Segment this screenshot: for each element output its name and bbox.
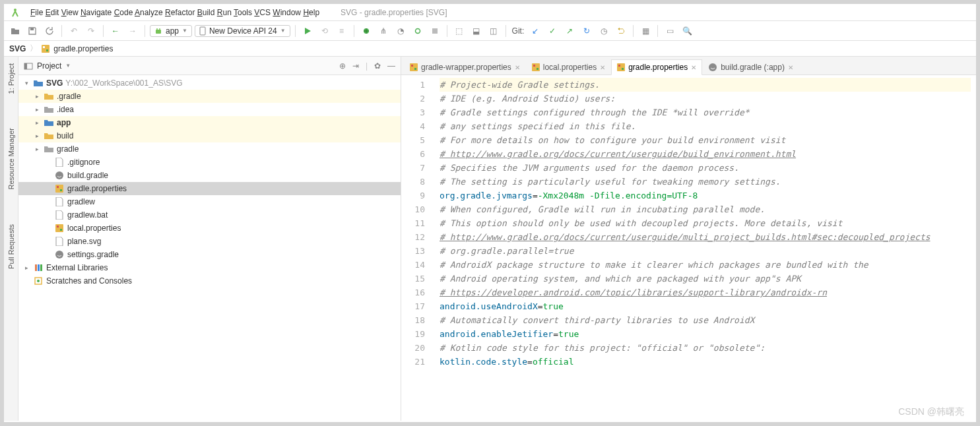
menu-tools[interactable]: Tools — [234, 8, 252, 17]
tree-item-plane-svg[interactable]: plane.svg — [18, 235, 401, 248]
apply-changes-icon[interactable]: ⟲ — [317, 24, 332, 38]
svg-rect-34 — [618, 65, 620, 67]
tree-item-build[interactable]: ▸build — [18, 129, 401, 142]
tree-item-settings-gradle[interactable]: settings.gradle — [18, 248, 401, 261]
menu-window[interactable]: Window — [273, 8, 301, 17]
project-tab[interactable]: 1: Project — [6, 59, 16, 98]
menu-bar: File Edit View Navigate Code Analyze Ref… — [4, 4, 976, 21]
vcs-history-icon[interactable]: ↻ — [579, 24, 594, 38]
libs-icon — [33, 263, 44, 272]
open-icon[interactable] — [8, 24, 22, 38]
folder-gray-icon — [44, 106, 54, 113]
vcs-rollback-icon[interactable]: ⮌ — [614, 24, 628, 38]
stop-icon[interactable] — [428, 24, 442, 38]
structure-icon[interactable]: ▦ — [638, 24, 653, 38]
tree-item--gradle[interactable]: ▸.gradle — [18, 90, 401, 103]
close-icon[interactable]: ✕ — [515, 64, 520, 71]
menu-vcs[interactable]: VCS — [254, 8, 271, 17]
profiler-icon[interactable]: ◔ — [393, 24, 408, 38]
select-opened-file-icon[interactable]: ⊕ — [339, 61, 346, 71]
editor-tab-gradle-properties[interactable]: gradle.properties✕ — [611, 59, 702, 75]
editor-tab-local-properties[interactable]: local.properties✕ — [526, 59, 611, 75]
svg-rect-11 — [46, 49, 48, 51]
tree-item--idea[interactable]: ▸.idea — [18, 103, 401, 116]
separator — [506, 25, 506, 37]
svg-rect-15 — [55, 185, 63, 193]
menu-refactor[interactable]: Refactor — [165, 8, 195, 17]
dropdown-icon[interactable]: ▼ — [65, 63, 71, 69]
gear-icon[interactable]: ✿ — [374, 61, 381, 71]
menu-run[interactable]: Run — [217, 8, 232, 17]
tree-item-local-properties[interactable]: local.properties — [18, 222, 401, 235]
menu-code[interactable]: Code — [114, 8, 133, 17]
tree-item-gradle[interactable]: ▸gradle — [18, 142, 401, 156]
attach-debugger-icon[interactable] — [410, 24, 425, 38]
menu-view[interactable]: View — [61, 8, 79, 17]
vcs-push-icon[interactable]: ↗ — [562, 24, 577, 38]
back-icon[interactable]: ← — [108, 24, 123, 38]
svg-rect-30 — [532, 63, 540, 71]
menu-build[interactable]: Build — [197, 8, 215, 17]
hide-icon[interactable]: — — [387, 61, 395, 71]
tree-label: gradle.properties — [67, 184, 127, 193]
emulator-icon[interactable]: ▭ — [663, 24, 677, 38]
avd-icon[interactable]: ⬚ — [452, 24, 467, 38]
breadcrumb-root[interactable]: SVG — [9, 44, 26, 53]
sdk-icon[interactable]: ⬓ — [469, 24, 484, 38]
tree-item-svg[interactable]: ▾SVGY:\002_WorkSpace\001_AS\SVG — [18, 76, 401, 90]
chevron-icon: ▸ — [36, 93, 44, 100]
menu-help[interactable]: Help — [303, 8, 319, 17]
gradle-icon — [54, 171, 65, 180]
device-selector[interactable]: New Device API 24 ▼ — [195, 25, 290, 37]
tree-item-gradlew[interactable]: gradlew — [18, 195, 401, 208]
prop-icon — [42, 45, 49, 53]
tree-item--gitignore[interactable]: .gitignore — [18, 156, 401, 169]
pull-requests-tab[interactable]: Pull Requests — [6, 220, 16, 273]
breadcrumb-file[interactable]: gradle.properties — [53, 44, 113, 53]
redo-icon[interactable]: ↷ — [84, 24, 98, 38]
coverage-icon[interactable]: ⋔ — [376, 24, 391, 38]
undo-icon[interactable]: ↶ — [67, 24, 81, 38]
menu-navigate[interactable]: Navigate — [81, 8, 112, 17]
gradle-icon — [54, 250, 65, 259]
tree-label: Scratches and Consoles — [46, 276, 132, 286]
save-icon[interactable] — [25, 24, 40, 38]
project-tree[interactable]: ▾SVGY:\002_WorkSpace\001_AS\SVG▸.gradle▸… — [18, 75, 401, 421]
module-selector[interactable]: app ▼ — [150, 25, 192, 37]
scratch-icon — [33, 276, 44, 286]
tree-item-build-gradle[interactable]: build.gradle — [18, 169, 401, 182]
menu-file[interactable]: File — [30, 8, 43, 17]
run-icon[interactable] — [300, 24, 315, 38]
close-icon[interactable]: ✕ — [600, 64, 605, 71]
vcs-update-icon[interactable]: ↙ — [528, 24, 542, 38]
debug-icon[interactable] — [359, 24, 374, 38]
vcs-clock-icon[interactable]: ◷ — [597, 24, 611, 38]
menu-edit[interactable]: Edit — [46, 8, 59, 17]
editor-tab-gradle-wrapper-properties[interactable]: gradle-wrapper.properties✕ — [404, 59, 526, 75]
resource-manager-tab[interactable]: Resource Manager — [6, 124, 16, 194]
editor-tab-build-gradle-app-[interactable]: build.gradle (:app)✕ — [702, 59, 799, 75]
sync-icon[interactable] — [42, 24, 57, 38]
vcs-commit-icon[interactable]: ✓ — [545, 24, 560, 38]
svg-rect-29 — [414, 68, 416, 70]
tree-item-app[interactable]: ▸app — [18, 116, 401, 129]
editor[interactable]: 123456789101112131415161718192021 # Proj… — [401, 75, 976, 421]
search-everywhere-icon[interactable]: 🔍 — [680, 24, 694, 38]
close-icon[interactable]: ✕ — [788, 64, 793, 71]
tree-label: local.properties — [67, 224, 121, 233]
layout-inspector-icon[interactable]: ◫ — [486, 24, 501, 38]
tree-label: SVG — [46, 78, 63, 88]
code-content[interactable]: # Project-wide Gradle settings.# IDE (e.… — [434, 75, 976, 421]
project-view-label[interactable]: Project — [37, 61, 61, 71]
close-icon[interactable]: ✕ — [691, 64, 696, 71]
folder-yellow-icon — [44, 92, 54, 100]
file-icon — [54, 210, 65, 220]
tree-item-gradlew-bat[interactable]: gradlew.bat — [18, 208, 401, 222]
menu-analyze[interactable]: Analyze — [135, 8, 163, 17]
tree-item-external-libraries[interactable]: ▸External Libraries — [18, 261, 401, 274]
forward-icon[interactable]: → — [125, 24, 140, 38]
tree-item-scratches-and-consoles[interactable]: Scratches and Consoles — [18, 274, 401, 288]
expand-all-icon[interactable]: ⇥ — [352, 61, 359, 71]
apply-code-icon[interactable]: ≡ — [335, 24, 349, 38]
tree-item-gradle-properties[interactable]: gradle.properties — [18, 182, 401, 195]
